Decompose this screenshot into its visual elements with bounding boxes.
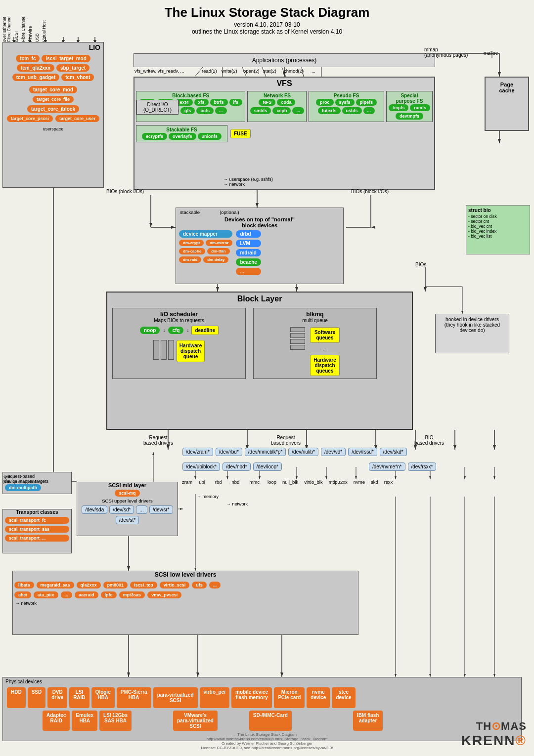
- lio-label: LIO: [3, 42, 103, 52]
- pill-tcm-qla: tcm_qla2xxx: [17, 64, 54, 72]
- block-fs-label: Block-based FS: [138, 93, 243, 98]
- syscall-open: open(2): [243, 68, 260, 74]
- phys-stec: stecdevice: [332, 687, 355, 708]
- sched-arrow2: ↓: [186, 328, 189, 333]
- scsi-mq-pill: scsi-mq: [115, 490, 139, 497]
- fs-gfs: gfs: [180, 107, 195, 114]
- dev-vd: /dev/vd*: [321, 448, 346, 456]
- pill-iscsi: iscsi_target_mod: [42, 55, 90, 62]
- hw-line1: [153, 340, 159, 360]
- dev-dots1: ...: [136, 505, 147, 514]
- req-drivers-1: Requestbased drivers: [143, 435, 173, 446]
- transport-fc: scsi_transport_fc: [5, 517, 69, 524]
- interface-firewire: FireWire: [28, 15, 33, 42]
- fs-pseudo-dots: ...: [363, 107, 375, 114]
- stackable-fs-box: Stackable FS ecryptfs overlayfs unionfs: [136, 125, 227, 142]
- phys-flash-memory: mobile deviceflash memory: [231, 687, 272, 708]
- dev-nbd: /dev/nbd*: [222, 462, 250, 471]
- scsi-upper-devs: /dev/sda /dev/sd* ... /dev/sr* /dev/st*: [77, 504, 178, 526]
- interface-fibre-eth: Fibre Channelover Ethernet: [2, 7, 12, 42]
- io-scheduler-sub: Maps BIOs to requests: [115, 318, 243, 323]
- dev-ubiblock: /dev/ubiblock*: [182, 462, 220, 471]
- drv-ata-piix: ata_piix: [34, 591, 58, 598]
- dm-cache: dm-cache: [179, 248, 205, 254]
- transport-title: Transport classes: [3, 509, 71, 515]
- drv-libata: libata: [14, 582, 34, 588]
- dev-sd-star: /dev/sd*: [109, 505, 134, 514]
- drv-aacraid: aacraid: [75, 591, 98, 598]
- hw-queue-lines: [153, 340, 174, 362]
- scsi-low-network: → network: [13, 600, 358, 607]
- logo-line2: KRENN®: [461, 733, 527, 749]
- scsi-mid-box: SCSI mid layer scsi-mq SCSI upper level …: [77, 482, 178, 536]
- drv-lpfc: lpfc: [101, 591, 117, 598]
- blkmq-content: Softwarequeues ... Hardwaredispatchqueue…: [256, 327, 374, 376]
- vfs-box: VFS Block-based FS ext2 ext3 ext4 xfs bt…: [134, 77, 435, 190]
- drv-mpt3sas: mpt3sas: [119, 591, 145, 598]
- drv-rbd: rbd: [215, 479, 222, 485]
- phys-sd-mmc: SD-/MMC-Card: [249, 711, 292, 731]
- fs-pipefs: pipefs: [356, 99, 377, 106]
- blkmq-line-group: [290, 327, 305, 376]
- syscall-read: read(2): [202, 68, 217, 74]
- pseudo-fs-label: Pseudo FS: [311, 93, 382, 98]
- drv-rsxx: rsxx: [384, 479, 393, 485]
- malloc-label: malloc: [484, 50, 498, 56]
- phys-vmware: VMware'spara-virtualizedSCSI: [173, 711, 218, 731]
- phys-ibm-flash: IBM flashadapter: [353, 711, 383, 731]
- phys-pmc: PMC-SierraHBA: [117, 687, 151, 708]
- fs-ramfs: ramfs: [410, 104, 430, 111]
- phys-lsi-12g: LSI 12GbsSAS HBA: [99, 711, 132, 731]
- dm-delay: dm-delay: [203, 256, 228, 263]
- interface-usb: USB: [35, 22, 40, 42]
- interface-iscsi: iSCSI: [14, 17, 19, 42]
- lio-top-pills: tcm_fc iscsi_target_mod tcm_qla2xxx sbp_…: [3, 52, 103, 84]
- blkmq-lines: [290, 327, 305, 376]
- blkmq-sub: multi queue: [256, 318, 374, 323]
- block-devices-title: Devices on top of "normal"block devices: [176, 216, 343, 228]
- footer: The Linux Storage Stack Diagram http://w…: [168, 732, 366, 750]
- dev-rbd-star: /dev/rbd*: [216, 448, 242, 456]
- mmap-label: mmap(anonymous pages): [424, 47, 468, 58]
- dev-zram-star: /dev/zram*: [182, 448, 213, 456]
- fs-ocfs: ocfs: [196, 107, 214, 114]
- dev-nodes-row2: /dev/ubiblock* /dev/nbd* /dev/loop* /dev…: [182, 462, 437, 471]
- special-fs-box: Specialpurpose FS tmpfs ramfs devtmpfs: [386, 91, 433, 122]
- blkmq-box: blkmq multi queue Softwarequeues ...: [253, 308, 377, 379]
- blkmq-label: blkmq: [256, 311, 374, 318]
- fs-xfs: xfs: [194, 99, 209, 106]
- dev-skd: /dev/skd*: [380, 448, 407, 456]
- fs-btrfs: btrfs: [210, 99, 228, 106]
- applications-bar: Applications (processes): [134, 53, 435, 67]
- spacer1: [284, 462, 338, 471]
- phys-hdd: HDD: [7, 687, 26, 708]
- phys-top-row: HDD SSD DVDdrive LSIRAID QlogicHBA PMC-S…: [3, 686, 521, 710]
- hw-dispatch-queues: Hardwaredispatchqueues: [310, 355, 340, 376]
- fs-usbfs: usbfs: [342, 107, 362, 114]
- io-scheduler-box: I/O scheduler Maps BIOs to requests noop…: [112, 308, 246, 379]
- struct-bio-box: struct bio - sector on disk - sector cnt…: [466, 205, 530, 254]
- drv-virtio-scsi: virtio_scsi: [160, 582, 190, 588]
- scsi-low-box: SCSI low level drivers libata megaraid_s…: [12, 571, 358, 635]
- applications-label: Applications (processes): [252, 57, 317, 64]
- page: The Linux Storage Stack Diagram version …: [0, 0, 534, 756]
- interface-virtual: Virtual Host: [42, 12, 46, 42]
- phys-virtio-pci: virtio_pci: [200, 687, 229, 708]
- syscall-stat: stat(2): [263, 68, 276, 74]
- thomas-krenn-logo: TH⊙MAS KRENN®: [461, 720, 527, 749]
- scsi-low-title: SCSI low level drivers: [13, 571, 358, 578]
- block-right: drbd LVM mdraid bcache ...: [235, 230, 261, 276]
- drv-ubi: ubi: [199, 479, 205, 485]
- bios-label-left: BIOs (block I/Os): [106, 189, 144, 194]
- pill-tcm-fc: tcm_fc: [16, 55, 40, 62]
- fs-tmpfs: tmpfs: [389, 104, 409, 111]
- hooked-drivers-box: hooked in device drivers(they hook in li…: [435, 314, 509, 353]
- block-devices-content: device mapper dm-crypt dm-mirror dm-cach…: [176, 230, 343, 276]
- phys-bottom-row: AdaptecRAID EmulexHBA LSI 12GbsSAS HBA V…: [3, 710, 521, 732]
- fs-network-dots: ...: [292, 107, 304, 114]
- fs-ecryptfs: ecryptfs: [142, 133, 167, 140]
- dm-sub-pills3: dm-raid dm-delay: [178, 256, 233, 263]
- dev-bcache: bcache: [236, 258, 261, 266]
- drv-null-blk: null_blk: [282, 479, 298, 485]
- dev-drbd: drbd: [236, 230, 261, 238]
